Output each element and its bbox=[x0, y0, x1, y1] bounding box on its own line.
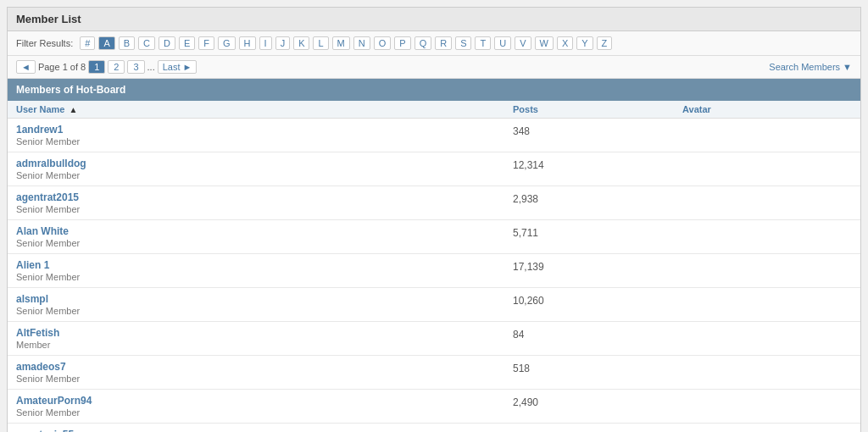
member-info: alsmpl Senior Member bbox=[16, 293, 513, 316]
filter-btn-w[interactable]: W bbox=[535, 36, 554, 50]
filter-btn-r[interactable]: R bbox=[435, 36, 452, 50]
member-posts: 84 bbox=[513, 327, 682, 341]
filter-btn-f[interactable]: F bbox=[198, 36, 214, 50]
member-name[interactable]: AltFetish bbox=[16, 327, 59, 339]
member-name[interactable]: anastasia55 bbox=[16, 429, 74, 432]
filter-btn-v[interactable]: V bbox=[515, 36, 531, 50]
member-role: Senior Member bbox=[16, 204, 513, 214]
member-info: AmateurPorn94 Senior Member bbox=[16, 395, 513, 418]
member-name[interactable]: amadeos7 bbox=[16, 361, 66, 373]
page-title: Member List bbox=[8, 8, 860, 31]
filter-label: Filter Results: bbox=[16, 38, 73, 48]
filter-bar: Filter Results: # A B C D E F G H I J K … bbox=[8, 31, 860, 56]
member-name[interactable]: agentrat2015 bbox=[16, 191, 79, 203]
member-name[interactable]: admralbulldog bbox=[16, 158, 86, 169]
filter-btn-l[interactable]: L bbox=[313, 36, 328, 50]
member-posts: 12,314 bbox=[513, 158, 682, 171]
page-2-button[interactable]: 2 bbox=[108, 60, 125, 74]
table-row: Alan White Senior Member 5,711 bbox=[8, 220, 860, 254]
table-row: AltFetish Member 84 bbox=[8, 322, 860, 356]
column-avatar[interactable]: Avatar bbox=[682, 104, 852, 114]
member-role: Senior Member bbox=[16, 407, 513, 418]
member-info: AltFetish Member bbox=[16, 327, 513, 350]
member-posts: 4,587 bbox=[513, 429, 682, 432]
member-info: 1andrew1 Senior Member bbox=[16, 124, 513, 147]
filter-btn-hash[interactable]: # bbox=[80, 36, 95, 50]
filter-btn-y[interactable]: Y bbox=[576, 36, 593, 50]
prev-page-button[interactable]: ◄ bbox=[16, 60, 36, 74]
member-role: Senior Member bbox=[16, 238, 513, 248]
filter-btn-s[interactable]: S bbox=[455, 36, 471, 50]
member-info: amadeos7 Senior Member bbox=[16, 361, 513, 384]
filter-btn-q[interactable]: Q bbox=[415, 36, 432, 50]
filter-btn-c[interactable]: C bbox=[138, 36, 155, 50]
filter-btn-d[interactable]: D bbox=[159, 36, 175, 50]
search-members-link[interactable]: Search Members ▼ bbox=[769, 62, 852, 72]
member-name[interactable]: 1andrew1 bbox=[16, 124, 63, 136]
filter-btn-t[interactable]: T bbox=[475, 36, 491, 50]
table-row: Alien 1 Senior Member 17,139 bbox=[8, 254, 860, 288]
page-info: Page 1 of 8 bbox=[38, 62, 86, 72]
member-role: Senior Member bbox=[16, 272, 513, 282]
last-page-button[interactable]: Last ► bbox=[158, 60, 198, 74]
filter-btn-x[interactable]: X bbox=[557, 36, 573, 50]
pagination-left: ◄ Page 1 of 8 1 2 3 ... Last ► bbox=[16, 60, 197, 74]
member-info: anastasia55 Senior Member bbox=[16, 429, 513, 432]
filter-btn-a[interactable]: A bbox=[98, 36, 114, 50]
filter-btn-k[interactable]: K bbox=[293, 36, 309, 50]
filter-btn-p[interactable]: P bbox=[394, 36, 410, 50]
member-posts: 10,260 bbox=[513, 293, 682, 307]
filter-btn-z[interactable]: Z bbox=[597, 36, 613, 50]
member-role: Member bbox=[16, 340, 513, 350]
filter-btn-i[interactable]: I bbox=[259, 36, 272, 50]
page-wrapper: Member List Filter Results: # A B C D E … bbox=[7, 7, 861, 432]
table-row: 1andrew1 Senior Member 348 bbox=[8, 119, 860, 152]
filter-btn-b[interactable]: B bbox=[119, 36, 135, 50]
page-1-button[interactable]: 1 bbox=[88, 60, 105, 74]
pagination-bar: ◄ Page 1 of 8 1 2 3 ... Last ► Search Me… bbox=[8, 56, 860, 79]
table-row: amadeos7 Senior Member 518 bbox=[8, 356, 860, 390]
member-name[interactable]: alsmpl bbox=[16, 293, 48, 305]
filter-btn-g[interactable]: G bbox=[218, 36, 236, 50]
member-role: Senior Member bbox=[16, 374, 513, 384]
member-posts: 2,938 bbox=[513, 191, 682, 205]
section-header: Members of Hot-Board bbox=[8, 79, 860, 101]
member-role: Senior Member bbox=[16, 170, 513, 180]
member-name[interactable]: Alan White bbox=[16, 225, 69, 237]
member-posts: 518 bbox=[513, 361, 682, 374]
filter-btn-n[interactable]: N bbox=[353, 36, 370, 50]
table-row: anastasia55 Senior Member 4,587 bbox=[8, 424, 860, 432]
page-3-button[interactable]: 3 bbox=[127, 60, 144, 74]
member-info: Alien 1 Senior Member bbox=[16, 259, 513, 282]
member-info: Alan White Senior Member bbox=[16, 225, 513, 248]
member-name[interactable]: Alien 1 bbox=[16, 259, 49, 271]
member-posts: 5,711 bbox=[513, 225, 682, 239]
last-label: Last ► bbox=[163, 62, 192, 72]
column-username[interactable]: User Name ▲ bbox=[16, 104, 513, 114]
filter-btn-u[interactable]: U bbox=[494, 36, 511, 50]
member-name[interactable]: AmateurPorn94 bbox=[16, 395, 92, 407]
prev-arrow-icon: ◄ bbox=[21, 62, 31, 72]
member-posts: 17,139 bbox=[513, 259, 682, 273]
filter-btn-h[interactable]: H bbox=[239, 36, 256, 50]
table-row: agentrat2015 Senior Member 2,938 bbox=[8, 186, 860, 220]
member-info: agentrat2015 Senior Member bbox=[16, 191, 513, 214]
filter-btn-j[interactable]: J bbox=[275, 36, 291, 50]
filter-btn-o[interactable]: O bbox=[374, 36, 392, 50]
filter-btn-e[interactable]: E bbox=[179, 36, 195, 50]
column-posts[interactable]: Posts bbox=[513, 104, 682, 114]
member-posts: 2,490 bbox=[513, 395, 682, 408]
table-row: AmateurPorn94 Senior Member 2,490 bbox=[8, 390, 860, 424]
table-header: User Name ▲ Posts Avatar bbox=[8, 101, 860, 119]
members-list: 1andrew1 Senior Member 348 admralbulldog… bbox=[8, 119, 860, 432]
page-ellipsis: ... bbox=[147, 62, 155, 72]
filter-btn-m[interactable]: M bbox=[332, 36, 350, 50]
sort-arrow-icon: ▲ bbox=[70, 105, 78, 114]
table-row: admralbulldog Senior Member 12,314 bbox=[8, 152, 860, 186]
member-role: Senior Member bbox=[16, 136, 513, 147]
table-row: alsmpl Senior Member 10,260 bbox=[8, 288, 860, 322]
member-role: Senior Member bbox=[16, 306, 513, 316]
member-info: admralbulldog Senior Member bbox=[16, 158, 513, 180]
member-posts: 348 bbox=[513, 124, 682, 137]
search-members-container: Search Members ▼ bbox=[769, 61, 852, 73]
